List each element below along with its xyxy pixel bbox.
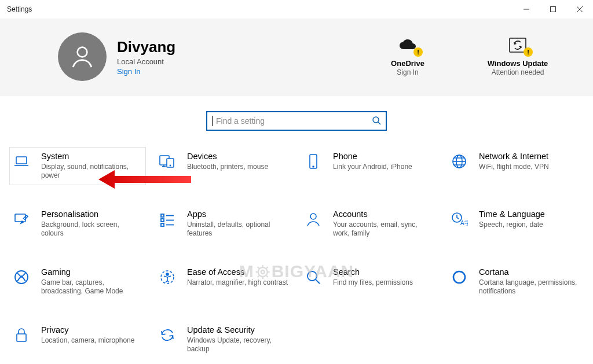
onedrive-label: OneDrive [391,59,424,68]
tile-label: Privacy [41,325,134,335]
search-box[interactable] [206,111,387,131]
header: Divyang Local Account Sign In ! OneDrive… [0,19,593,96]
devices-icon [158,152,177,171]
tile-label: Phone [333,151,412,161]
settings-grid: System Display, sound, notifications, po… [0,147,593,359]
tile-label: Devices [187,151,268,161]
sync-icon: ! [507,37,528,53]
accessibility-icon [158,268,177,286]
maximize-button[interactable] [540,0,566,19]
svg-point-32 [308,271,317,281]
tile-desc: Bluetooth, printers, mouse [187,163,268,171]
globe-icon [450,152,468,171]
svg-point-4 [78,47,87,57]
account-type: Local Account [117,57,175,66]
window-controls [513,0,593,19]
tile-label: Cortana [479,267,581,277]
svg-line-33 [316,280,320,284]
user-name: Divyang [117,38,175,56]
tile-desc: Location, camera, microphone [41,336,134,345]
tile-label: Ease of Access [187,267,288,277]
window-title: Settings [7,5,32,13]
tile-desc: Cortana language, permissions, notificat… [479,278,581,296]
svg-rect-24 [161,223,164,226]
user-block[interactable]: Divyang Local Account Sign In [58,32,175,81]
tile-network[interactable]: Network & Internet WiFi, flight mode, VP… [447,147,584,185]
sign-in-link[interactable]: Sign In [117,67,175,76]
tile-desc: Link your Android, iPhone [333,163,412,171]
svg-point-15 [313,166,314,167]
titlebar: Settings [0,0,593,19]
svg-rect-20 [161,214,164,217]
tile-desc: Uninstall, defaults, optional features [187,220,289,238]
tile-desc: WiFi, flight mode, VPN [479,163,549,171]
tile-desc: Your accounts, email, sync, work, family [333,220,435,238]
tile-update-security[interactable]: Update & Security Windows Update, recove… [155,321,292,359]
close-button[interactable] [566,0,593,19]
svg-rect-35 [17,334,26,341]
search-icon [304,268,323,286]
laptop-icon [12,152,31,171]
tile-label: Gaming [41,267,143,277]
tile-cortana[interactable]: Cortana Cortana language, permissions, n… [447,263,584,301]
tile-desc: Display, sound, notifications, power [41,163,143,180]
onedrive-icon: ! [397,37,418,53]
windows-update-sub: Attention needed [492,68,544,76]
apps-list-icon [158,210,177,229]
cortana-icon [450,268,468,286]
tile-system[interactable]: System Display, sound, notifications, po… [9,147,146,185]
header-tiles: ! OneDrive Sign In ! Windows Update Atte… [373,37,552,76]
search-wrap [0,96,593,147]
svg-rect-22 [161,219,164,222]
windows-update-label: Windows Update [488,59,548,68]
tile-label: Time & Language [479,209,545,219]
tile-desc: Background, lock screen, colours [41,220,143,238]
svg-rect-8 [16,157,27,164]
tile-desc: Game bar, captures, broadcasting, Game M… [41,278,143,296]
svg-text:A字: A字 [460,220,468,226]
tile-label: Personalisation [41,209,143,219]
paintbrush-icon [12,210,31,229]
tile-desc: Find my files, permissions [333,278,413,287]
tile-gaming[interactable]: Gaming Game bar, captures, broadcasting,… [9,263,146,301]
tile-phone[interactable]: Phone Link your Android, iPhone [301,147,438,185]
tile-ease-of-access[interactable]: Ease of Access Narrator, magnifier, high… [155,263,292,301]
tile-label: Network & Internet [479,151,549,161]
tile-search[interactable]: Search Find my files, permissions [301,263,438,301]
user-text: Divyang Local Account Sign In [117,38,175,76]
phone-icon [304,152,323,171]
search-icon[interactable] [371,115,382,128]
tile-desc: Windows Update, recovery, backup [187,336,289,354]
update-icon [158,326,177,344]
tile-privacy[interactable]: Privacy Location, camera, microphone [9,321,146,359]
tile-desc: Narrator, magnifier, high contrast [187,278,288,287]
status-windows-update[interactable]: ! Windows Update Attention needed [483,37,552,76]
svg-rect-1 [551,7,556,12]
tile-label: System [41,151,143,161]
tile-desc: Speech, region, date [479,220,545,229]
svg-point-13 [170,165,170,166]
search-input[interactable] [215,116,371,126]
tile-label: Update & Security [187,325,289,335]
tile-personalisation[interactable]: Personalisation Background, lock screen,… [9,205,146,243]
tile-accounts[interactable]: Accounts Your accounts, email, sync, wor… [301,205,438,243]
tile-time-language[interactable]: A字 Time & Language Speech, region, date [447,205,584,243]
tile-devices[interactable]: Devices Bluetooth, printers, mouse [155,147,292,185]
person-icon [304,210,323,229]
tile-label: Search [333,267,413,277]
svg-line-7 [378,122,380,124]
lock-icon [12,326,31,344]
avatar [58,32,107,81]
time-language-icon: A字 [450,210,468,229]
xbox-icon [12,268,31,286]
tile-label: Apps [187,209,289,219]
tile-label: Accounts [333,209,435,219]
onedrive-sub: Sign In [397,68,418,76]
minimize-button[interactable] [513,0,540,19]
tile-apps[interactable]: Apps Uninstall, defaults, optional featu… [155,205,292,243]
warning-badge-icon: ! [524,47,533,57]
svg-point-31 [166,273,169,275]
svg-point-34 [453,271,465,283]
status-onedrive[interactable]: ! OneDrive Sign In [373,37,442,76]
text-cursor [212,116,213,126]
